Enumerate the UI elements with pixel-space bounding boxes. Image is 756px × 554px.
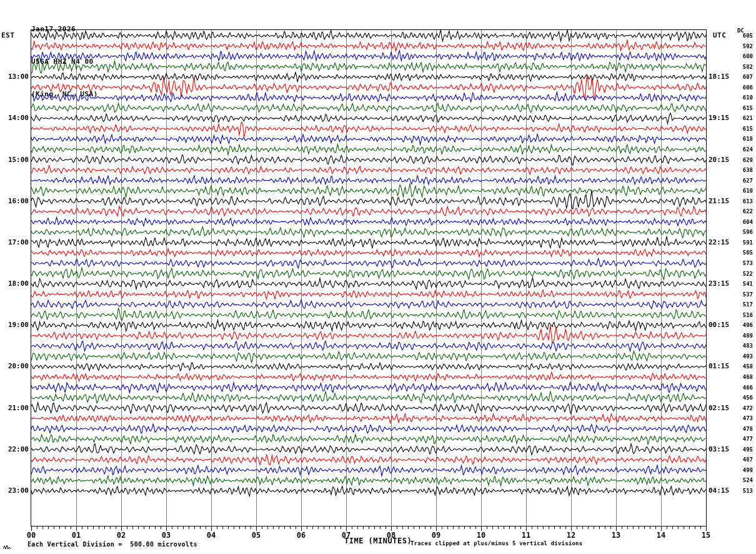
dc-offset-value: 522 xyxy=(737,271,753,277)
dc-offset-value: 582 xyxy=(737,64,753,70)
right-axis-header-utc: UTC xyxy=(713,31,726,39)
title-location: (King, NC, USA) xyxy=(31,90,98,99)
est-hour-label: 16:00 xyxy=(1,197,29,205)
x-axis-tick-label: 02 xyxy=(112,531,131,540)
x-axis-tick-label: 11 xyxy=(517,531,535,540)
dc-offset-value: 591 xyxy=(737,239,753,246)
heliplot-page: { "header": { "date": "Jan17,2026", "sta… xyxy=(0,0,756,554)
x-axis-tick-label: 14 xyxy=(652,531,670,540)
dc-offset-value: 606 xyxy=(737,84,753,91)
title-block: Jan17,2026 U56A HHZ N4 00 (King, NC, USA… xyxy=(31,1,98,111)
est-hour-label: 15:00 xyxy=(1,156,29,164)
utc-hour-label: 22:15 xyxy=(709,238,729,246)
dc-offset-value: 458 xyxy=(737,363,753,370)
dc-offset-value: 615 xyxy=(737,105,753,111)
est-hour-label: 13:00 xyxy=(1,73,29,81)
est-hour-label: 23:00 xyxy=(1,486,29,495)
est-hour-label: 20:00 xyxy=(1,362,29,370)
x-axis-tick-label: 04 xyxy=(202,531,221,540)
dc-offset-value: 624 xyxy=(737,146,753,153)
dc-offset-value: 573 xyxy=(737,260,753,266)
dc-offset-value: 495 xyxy=(737,446,753,453)
dc-offset-value: 487 xyxy=(737,456,753,463)
x-axis-tick-label: 09 xyxy=(427,531,445,540)
mini-seismogram-glyph xyxy=(3,544,11,550)
est-hour-label: 18:00 xyxy=(1,280,29,288)
dc-offset-value: 610 xyxy=(737,94,753,101)
title-station: U56A HHZ N4 00 xyxy=(31,58,98,66)
utc-hour-label: 21:15 xyxy=(709,197,729,205)
dc-offset-value: 472 xyxy=(737,405,753,411)
seismogram-traces-canvas xyxy=(0,0,756,554)
dc-offset-value: 493 xyxy=(737,353,753,360)
dc-offset-value: 600 xyxy=(737,53,753,59)
dc-offset-value: 615 xyxy=(737,126,753,132)
dc-offset-value: 565 xyxy=(737,249,753,256)
utc-hour-label: 19:15 xyxy=(709,114,729,122)
utc-hour-label: 23:15 xyxy=(709,280,729,288)
dc-offset-value: 629 xyxy=(737,157,753,163)
utc-hour-label: 03:15 xyxy=(709,445,729,453)
x-axis-tick-label: 13 xyxy=(607,531,625,540)
dc-offset-value: 596 xyxy=(737,229,753,235)
dc-offset-value: 604 xyxy=(737,219,753,225)
dc-offset-value: 477 xyxy=(737,436,753,442)
dc-offset-value: 499 xyxy=(737,467,753,473)
est-hour-label: 17:00 xyxy=(1,238,29,246)
dc-offset-value: 513 xyxy=(737,488,753,494)
x-axis-tick-label: 03 xyxy=(157,531,176,540)
x-axis-tick-label: 05 xyxy=(247,531,266,540)
clipping-note: Traces clipped at plus/minus 5 vertical … xyxy=(410,540,582,546)
dc-offset-value: 456 xyxy=(737,395,753,401)
dc-offset-value: 517 xyxy=(737,301,753,308)
dc-offset-value: 489 xyxy=(737,333,753,339)
est-hour-label: 14:00 xyxy=(1,114,29,122)
dc-offset-value: 483 xyxy=(737,343,753,349)
left-axis-header-est: EST xyxy=(1,31,14,39)
utc-hour-label: 01:15 xyxy=(709,362,729,370)
utc-hour-label: 18:15 xyxy=(709,73,729,81)
dc-offset-value: 537 xyxy=(737,291,753,298)
title-date: Jan17,2026 xyxy=(31,25,98,34)
x-axis-tick-label: 06 xyxy=(292,531,311,540)
dc-offset-value: 473 xyxy=(737,415,753,421)
utc-hour-label: 02:15 xyxy=(709,404,729,412)
dc-offset-value: 627 xyxy=(737,178,753,184)
dc-offset-value: 618 xyxy=(737,136,753,142)
vertical-division-scale-note: Each Vertical Division = 500.00 microvol… xyxy=(27,541,197,548)
dc-offset-value: 621 xyxy=(737,115,753,121)
x-axis-tick-label: 15 xyxy=(697,531,715,540)
x-axis-tick-label: 10 xyxy=(472,531,490,540)
dc-offset-value: 592 xyxy=(737,43,753,49)
est-hour-label: 19:00 xyxy=(1,321,29,329)
dc-offset-value: 613 xyxy=(737,198,753,204)
utc-hour-label: 00:15 xyxy=(709,321,729,329)
est-hour-label: 21:00 xyxy=(1,404,29,412)
dc-offset-value: 605 xyxy=(737,33,753,39)
x-axis-title: TIME (MINUTES) xyxy=(344,536,412,545)
est-hour-label: 22:00 xyxy=(1,445,29,453)
dc-offset-value: 466 xyxy=(737,385,753,391)
dc-offset-value: 610 xyxy=(737,188,753,194)
x-axis-tick-label: 00 xyxy=(22,531,41,540)
dc-offset-value: 524 xyxy=(737,477,753,483)
dc-offset-value: 468 xyxy=(737,374,753,380)
dc-offset-value: 516 xyxy=(737,312,753,318)
dc-offset-value: 638 xyxy=(737,167,753,173)
dc-offset-value: 622 xyxy=(737,208,753,214)
utc-hour-label: 20:15 xyxy=(709,156,729,164)
x-axis-tick-label: 12 xyxy=(562,531,580,540)
dc-offset-value: 478 xyxy=(737,426,753,432)
dc-offset-value: 607 xyxy=(737,74,753,80)
dc-offset-value: 541 xyxy=(737,281,753,287)
dc-offset-value: 496 xyxy=(737,322,753,328)
x-axis-tick-label: 01 xyxy=(67,531,86,540)
utc-hour-label: 04:15 xyxy=(709,486,729,495)
